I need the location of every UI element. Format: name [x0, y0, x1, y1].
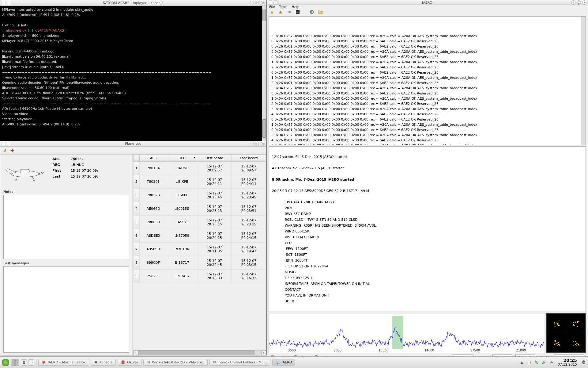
first-value: 15-12-07 20:09:: [71, 169, 98, 173]
spectrum-display[interactable]: 3500700010500140001750021000: [269, 313, 544, 353]
folder-icon[interactable]: [318, 9, 323, 15]
log-line-bold: 8:09nachm. Mo. 7-Dez.-2015 JAERO started: [272, 178, 354, 182]
table-row[interactable]: 5780B69.B-592915-12-07 20:23:1515-12-07 …: [134, 216, 266, 229]
broom2-icon[interactable]: [278, 9, 283, 15]
konsole-titlebar[interactable]: SATCOM-ACARS : mplayer – Konsole – ▢ ×: [0, 0, 266, 6]
hex-scrollbar[interactable]: [581, 17, 586, 145]
hex-output-pane[interactable]: 5 0x0A 0x57 0x00 0x00 0x00 0x00 0x00 0x0…: [269, 16, 586, 145]
pin-icon[interactable]: [7, 142, 11, 146]
clear-icon[interactable]: [2, 148, 8, 153]
jaero-titlebar[interactable]: JAERO – ▢ ×: [267, 0, 588, 5]
message-log-pane[interactable]: 12:07nachm. So. 6-Dez.-2015 JAERO starte…: [269, 146, 586, 312]
network-icon[interactable]: 🖧: [548, 360, 554, 365]
plane-icon[interactable]: [286, 9, 292, 15]
first-label: First: [52, 169, 71, 173]
minimize-button[interactable]: –: [571, 0, 575, 5]
menu-tools[interactable]: Tools: [279, 5, 287, 9]
spectrum-tick: 17500: [470, 349, 480, 352]
updater-icon[interactable]: 🦎: [534, 360, 539, 365]
pin-icon[interactable]: [7, 1, 11, 5]
clipboard-icon[interactable]: 📋: [526, 360, 532, 365]
minimize-button[interactable]: –: [250, 142, 254, 146]
taskbar-item[interactable]: 🦊JAERO – Mozilla Firefox: [38, 359, 89, 366]
gear-icon[interactable]: [309, 9, 315, 15]
close-button[interactable]: ×: [261, 1, 265, 5]
scroll-thumb[interactable]: [138, 351, 255, 355]
log-line: 20:23:13 07-12-15 AES:8990DF GES:82 2 B-…: [272, 189, 369, 193]
reg-label: REG: [52, 163, 71, 167]
table-row[interactable]: 378022B..B-KPL15-12-07 20:23:4515-12-07 …: [134, 189, 266, 202]
close-button[interactable]: ×: [582, 0, 586, 5]
taskbar-item[interactable]: 🖥Win7-X64-DE-PROD – VMware…: [143, 359, 208, 366]
col-reg[interactable]: REG: [167, 155, 197, 162]
notes-textarea[interactable]: [3, 195, 129, 259]
plane-table[interactable]: AES REG First heard Last heard 1780134..…: [133, 155, 266, 283]
pin-icon[interactable]: [273, 0, 278, 5]
hex-line: 0 0x26 0x01 0x00 0x00 0x00 0x00 0x00 0x0…: [271, 54, 583, 59]
taskbar-item[interactable]: 📕Okular: [118, 359, 141, 366]
col-aes[interactable]: AES: [140, 155, 167, 162]
hex-line: 2 0x26 0x01 0x00 0x00 0x00 0x00 0x00 0x0…: [271, 80, 583, 86]
terminal-output[interactable]: MPlayer interrupted by signal 2 in modul…: [0, 6, 266, 141]
tray-icon[interactable]: ▲: [519, 360, 525, 365]
taskbar-item[interactable]: ▣Konsole: [91, 359, 116, 366]
col-first[interactable]: First heard: [197, 155, 232, 162]
maximize-button[interactable]: ▢: [255, 142, 259, 146]
table-row[interactable]: 2780205..B-KPE15-12-07 20:24:1115-12-07 …: [134, 175, 266, 189]
col-last[interactable]: Last heard: [232, 155, 266, 162]
constellation-quadrant: [546, 313, 566, 333]
start-button[interactable]: [2, 359, 9, 366]
scroll-left-arrow[interactable]: ◂: [133, 351, 138, 355]
clock-date: 07.12.2015: [558, 362, 577, 366]
desktop-pager[interactable]: ▦: [21, 359, 27, 366]
constellation-display[interactable]: [546, 313, 586, 353]
reg-value: ..B-HNC: [71, 163, 84, 167]
menu-file[interactable]: File: [269, 5, 275, 9]
logout-icon[interactable]: ⏻: [581, 360, 586, 365]
svg-rect-1: [20, 169, 29, 173]
table-row[interactable]: 7A9589D.N701DN15-12-07 20:11:3515-12-07 …: [134, 243, 266, 256]
hex-line: 3 0x0A 0x57 0x00 0x00 0x00 0x00 0x00 0x0…: [271, 132, 583, 138]
taskbar-item[interactable]: ✉Inbox - Unified Folders - Mo…: [209, 359, 270, 366]
scroll-thumb[interactable]: [262, 119, 266, 138]
table-row[interactable]: 6A8DEE0.N6705815-12-07 20:24:1515-12-07 …: [134, 229, 266, 243]
rownum-header[interactable]: [134, 155, 140, 162]
hex-line: 1 0x0A 0x57 0x00 0x00 0x00 0x00 0x00 0x0…: [271, 96, 583, 101]
close-button[interactable]: ×: [261, 142, 265, 146]
hex-line: 0 0x26 0x01 0x00 0x00 0x00 0x00 0x00 0x0…: [271, 70, 583, 75]
maximize-button[interactable]: ▢: [255, 1, 259, 5]
aircraft-image: [3, 157, 46, 188]
maximize-button[interactable]: ▢: [577, 0, 581, 5]
hex-line: 1 0x0A 0x57 0x00 0x00 0x00 0x00 0x00 0x0…: [271, 59, 583, 65]
volume-icon[interactable]: 🔊: [541, 360, 547, 365]
planelog-window: Plane Log – ▢ × AES780134 REG..B-HNC: [0, 141, 266, 355]
table-row[interactable]: 97582F8EPC343715-12-07 20:16:3315-12-07 …: [134, 270, 266, 283]
scroll-thumb[interactable]: [262, 9, 266, 21]
planelog-titlebar[interactable]: Plane Log – ▢ ×: [0, 141, 266, 147]
planelog-details-pane: AES780134 REG..B-HNC First15-12-07 20:09…: [0, 155, 132, 355]
activity-switcher[interactable]: [11, 359, 19, 366]
lastmsg-textarea[interactable]: [3, 266, 129, 353]
last-label: Last: [52, 174, 71, 178]
table-row[interactable]: 4AE064D.80015S15-12-07 20:23:1315-12-07 …: [134, 202, 266, 216]
terminal-scrollbar[interactable]: [262, 6, 266, 141]
table-hscroll[interactable]: ◂ ▸: [133, 350, 266, 355]
table-row[interactable]: 88990DFB-1671715-12-07 20:22:4515-12-07 …: [134, 256, 266, 270]
scroll-right-arrow[interactable]: ▸: [261, 351, 266, 355]
menu-help[interactable]: Help: [292, 5, 300, 9]
taskbar-clock[interactable]: 20:25 07.12.2015: [556, 358, 579, 366]
planelog-table-pane: AES REG First heard Last heard 1780134..…: [133, 155, 266, 355]
broom-icon[interactable]: [269, 9, 275, 15]
task-icon: 🦊: [42, 360, 46, 364]
task-label: Inbox - Unified Folders - Mo…: [217, 360, 267, 364]
plane-icon[interactable]: [9, 148, 15, 153]
minimize-button[interactable]: –: [250, 1, 254, 5]
planelog-toolbar: [0, 147, 266, 155]
hex-line: 0 0x26 0x01 0x00 0x00 0x00 0x00 0x00 0x0…: [271, 44, 583, 49]
svg-rect-8: [296, 12, 299, 12]
taskbar-item[interactable]: 📡JAERO: [272, 359, 296, 366]
hex-icon[interactable]: [295, 9, 300, 15]
show-desktop-button[interactable]: ▭: [28, 359, 34, 366]
hex-line: 5 0x0A 0x57 0x00 0x00 0x00 0x00 0x00 0x0…: [271, 33, 583, 39]
table-row[interactable]: 1780134..B-HNC15-12-07 20:09:5715-12-07 …: [134, 162, 266, 175]
